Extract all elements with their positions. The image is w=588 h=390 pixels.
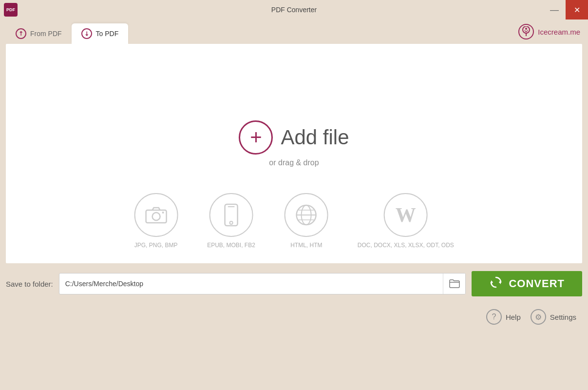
titlebar-left: PDF (4, 3, 18, 17)
main-content-area: + Add file or drag & drop JPG, PNG, BMP (6, 44, 582, 263)
svg-point-7 (229, 221, 232, 224)
format-icon-doc: W (384, 193, 428, 237)
format-icon-epub (209, 193, 253, 237)
convert-label: CONVERT (509, 277, 565, 290)
svg-rect-5 (225, 204, 237, 226)
brand-icon (518, 24, 534, 39)
convert-button[interactable]: CONVERT (472, 271, 582, 296)
titlebar-controls: — ✕ (543, 0, 588, 20)
svg-marker-15 (491, 280, 493, 284)
settings-label: Settings (550, 313, 576, 321)
convert-refresh-icon (489, 275, 503, 292)
drag-drop-label: or drag & drop (269, 158, 319, 167)
app-icon: PDF (4, 3, 18, 17)
bottom-bar: Save to folder: CONVERT (0, 263, 588, 304)
tab-to-pdf[interactable]: ↗ To PDF (72, 23, 129, 44)
settings-button[interactable]: ⚙ Settings (531, 309, 576, 325)
format-item-epub: EPUB, MOBI, FB2 (207, 193, 255, 249)
svg-point-4 (162, 212, 164, 214)
close-button[interactable]: ✕ (566, 0, 588, 20)
svg-point-1 (525, 28, 527, 30)
format-item-doc: W DOC, DOCX, XLS, XLSX, ODT, ODS (358, 193, 454, 249)
folder-input-wrap (59, 273, 466, 294)
minimize-button[interactable]: — (543, 0, 566, 20)
add-file-area[interactable]: + Add file or drag & drop (239, 120, 349, 167)
format-label-epub: EPUB, MOBI, FB2 (207, 242, 255, 249)
footer-bar: ? Help ⚙ Settings (0, 304, 588, 330)
brand-area: Icecream.me (518, 24, 580, 39)
help-button[interactable]: ? Help (486, 309, 521, 325)
add-file-row: + Add file (239, 120, 349, 155)
brand-label: Icecream.me (538, 28, 580, 36)
format-item-jpg: JPG, PNG, BMP (134, 193, 178, 249)
tab-to-pdf-label: To PDF (96, 30, 119, 38)
tab-from-pdf-label: From PDF (30, 30, 62, 38)
tabs-bar: ↗ From PDF ↗ To PDF Icecream.me (0, 20, 588, 44)
folder-path-input[interactable] (59, 275, 443, 292)
help-icon: ? (486, 309, 502, 325)
format-icon-jpg (134, 193, 178, 237)
from-pdf-icon: ↗ (16, 28, 26, 39)
add-file-circle-icon: + (239, 120, 273, 155)
save-to-folder-label: Save to folder: (6, 280, 53, 288)
svg-marker-14 (499, 280, 501, 284)
titlebar: PDF PDF Converter — ✕ (0, 0, 588, 20)
format-label-doc: DOC, DOCX, XLS, XLSX, ODT, ODS (358, 242, 454, 249)
to-pdf-icon: ↗ (81, 28, 92, 39)
format-label-jpg: JPG, PNG, BMP (134, 242, 178, 249)
formats-row: JPG, PNG, BMP EPUB, MOBI, FB2 (134, 193, 454, 249)
format-icon-html (285, 193, 328, 237)
format-label-html: HTML, HTM (290, 242, 322, 249)
window-title: PDF Converter (271, 6, 317, 14)
add-file-label: Add file (281, 126, 349, 149)
browse-folder-button[interactable] (443, 273, 465, 294)
help-label: Help (506, 313, 521, 321)
tab-from-pdf[interactable]: ↗ From PDF (6, 23, 72, 44)
svg-point-3 (152, 213, 160, 220)
settings-icon: ⚙ (531, 309, 546, 325)
format-item-html: HTML, HTM (285, 193, 328, 249)
